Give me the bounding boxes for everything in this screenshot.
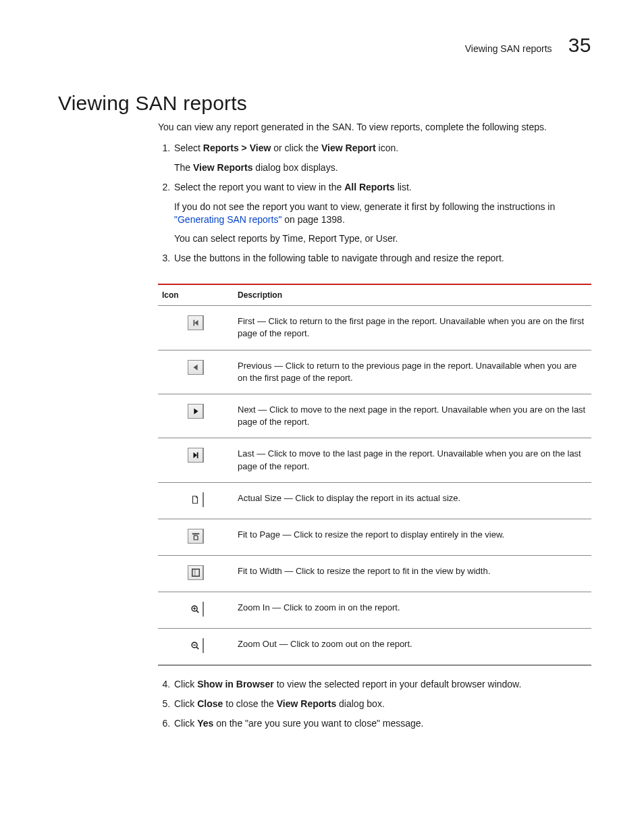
table-row: Next — Click to move to the next page in… — [158, 394, 591, 438]
description-cell: Last — Click to move to the last page in… — [234, 438, 591, 482]
icon-cell — [158, 482, 234, 519]
fit-to-width-icon — [188, 565, 204, 580]
text: If you do not see the report you want to… — [174, 201, 555, 212]
table-row: First — Click to return to the first pag… — [158, 306, 591, 350]
text: dialog box displays. — [252, 162, 338, 173]
previous-page-icon — [188, 360, 204, 375]
table-row: Zoom Out — Click to zoom out on the repo… — [158, 628, 591, 665]
ui-label: View Report — [321, 142, 376, 153]
description-cell: Fit to Page — Click to resize the report… — [234, 519, 591, 555]
fit-to-page-icon — [188, 529, 204, 544]
description-cell: Next — Click to move to the next page in… — [234, 394, 591, 438]
zoom-in-icon — [188, 602, 204, 617]
ui-label: Yes — [197, 718, 213, 729]
ui-label: View Reports — [193, 162, 252, 173]
description-cell: Fit to Width — Click to resize the repor… — [234, 555, 591, 592]
description-cell: Previous — Click to return to the previo… — [234, 350, 591, 394]
table-row: Last — Click to move to the last page in… — [158, 438, 591, 482]
text: Click — [174, 679, 197, 689]
chapter-number: 35 — [568, 34, 591, 57]
description-cell: Zoom Out — Click to zoom out on the repo… — [234, 628, 591, 665]
col-header-icon: Icon — [158, 284, 234, 306]
text: The — [174, 162, 193, 173]
description-cell: First — Click to return to the first pag… — [234, 306, 591, 350]
xref-link[interactable]: "Generating SAN reports" — [174, 214, 281, 225]
table-row: Fit to Page — Click to resize the report… — [158, 519, 591, 555]
ui-label: Close — [197, 698, 223, 709]
last-page-icon — [188, 448, 204, 463]
text: to close the — [223, 698, 276, 709]
zoom-out-icon — [188, 638, 204, 653]
running-head: Viewing SAN reports — [465, 43, 552, 54]
text: dialog box. — [336, 698, 385, 709]
text: to view the selected report in your defa… — [274, 679, 522, 689]
actual-size-icon — [188, 492, 204, 507]
step-4: Click Show in Browser to view the select… — [173, 678, 591, 691]
step-1: Select Reports > View or click the View … — [173, 142, 591, 174]
description-cell: Zoom In — Click to zoom in on the report… — [234, 592, 591, 628]
col-header-desc: Description — [234, 284, 591, 306]
step-6: Click Yes on the "are you sure you want … — [173, 717, 591, 730]
icon-cell — [158, 350, 234, 394]
ui-label: Show in Browser — [197, 679, 274, 689]
icon-cell — [158, 555, 234, 592]
page-header: Viewing SAN reports 35 — [58, 34, 591, 57]
icon-cell — [158, 628, 234, 665]
page-title: Viewing SAN reports — [58, 92, 591, 115]
icon-table: Icon Description First — Click to return… — [158, 284, 591, 666]
intro-text: You can view any report generated in the… — [158, 122, 591, 132]
description-cell: Actual Size — Click to display the repor… — [234, 482, 591, 519]
ui-label: View Reports — [277, 698, 336, 709]
text: Click — [174, 718, 197, 729]
text: on the "are you sure you want to close" … — [213, 718, 423, 729]
text: Select the report you want to view in th… — [174, 182, 344, 192]
icon-cell — [158, 394, 234, 438]
icon-cell — [158, 306, 234, 350]
step-5: Click Close to close the View Reports di… — [173, 698, 591, 710]
table-row: Fit to Width — Click to resize the repor… — [158, 555, 591, 592]
icon-cell — [158, 519, 234, 555]
icon-cell — [158, 438, 234, 482]
step-2: Select the report you want to view in th… — [173, 181, 591, 246]
steps-list: Select Reports > View or click the View … — [158, 142, 591, 265]
icon-cell — [158, 592, 234, 628]
steps-list-continued: Click Show in Browser to view the select… — [158, 678, 591, 730]
next-page-icon — [188, 404, 204, 419]
text: You can select reports by Time, Report T… — [174, 232, 591, 245]
table-row: Zoom In — Click to zoom in on the report… — [158, 592, 591, 628]
table-row: Previous — Click to return to the previo… — [158, 350, 591, 394]
text: on page 1398. — [281, 214, 344, 225]
step-3: Use the buttons in the following table t… — [173, 252, 591, 265]
text: Select — [174, 142, 203, 153]
text: Click — [174, 698, 197, 709]
ui-label: All Reports — [344, 182, 395, 192]
first-page-icon — [188, 315, 204, 330]
menu-path: Reports > View — [203, 142, 271, 153]
text: or click the — [271, 142, 321, 153]
table-row: Actual Size — Click to display the repor… — [158, 482, 591, 519]
text: list. — [395, 182, 412, 192]
text: icon. — [376, 142, 398, 153]
